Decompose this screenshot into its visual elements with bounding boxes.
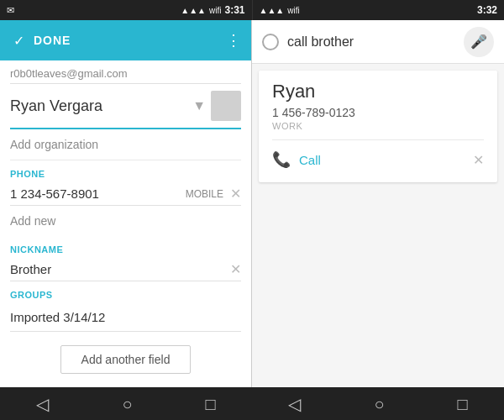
nickname-section-label: NICKNAME (10, 236, 241, 258)
left-notification-icon: ✉ (7, 5, 14, 16)
phone-input[interactable] (10, 186, 186, 201)
toolbar: ✓ DONE ⋮ (0, 20, 251, 60)
call-dismiss-icon[interactable]: ✕ (473, 152, 484, 168)
add-another-field-button[interactable]: Add another field (60, 345, 192, 374)
left-wifi-icon: wifi (209, 6, 221, 15)
search-circle-icon (262, 34, 279, 50)
nickname-clear-icon[interactable]: ✕ (230, 261, 241, 277)
groups-section-label: GROUPS (10, 281, 241, 303)
call-row: 📞 Call ✕ (272, 147, 484, 172)
bottom-nav: ◁ ○ □ ◁ ○ □ (0, 387, 504, 420)
right-time: 3:32 (477, 4, 497, 16)
phone-clear-icon[interactable]: ✕ (230, 186, 241, 202)
mic-button[interactable]: 🎤 (464, 27, 494, 57)
nickname-input[interactable] (10, 262, 230, 276)
nickname-row: ✕ (10, 258, 241, 281)
contact-name: Ryan (272, 81, 484, 102)
more-options-icon[interactable]: ⋮ (226, 31, 241, 50)
name-row: ▼ (10, 84, 241, 129)
add-organization-label: Add organization (10, 138, 98, 151)
email-row: r0b0tleaves@gmail.com (10, 60, 241, 84)
name-input[interactable] (10, 97, 187, 115)
avatar (211, 91, 241, 121)
add-organization[interactable]: Add organization (10, 129, 241, 160)
call-action[interactable]: 📞 Call (272, 150, 321, 169)
back-button-right[interactable]: ◁ (271, 387, 318, 420)
recents-button[interactable]: □ (188, 388, 232, 421)
back-button[interactable]: ◁ (19, 387, 66, 420)
phone-section-label: PHONE (10, 160, 241, 182)
right-panel: call brother 🎤 Ryan 1 456-789-0123 WORK … (252, 20, 504, 387)
contact-card: Ryan 1 456-789-0123 WORK 📞 Call ✕ (259, 71, 497, 182)
contact-phone: 1 456-789-0123 (272, 106, 484, 119)
divider (272, 139, 484, 140)
left-signal-icon: ▲▲▲ (181, 6, 206, 15)
contact-type: WORK (272, 121, 484, 131)
left-time: 3:31 (224, 4, 244, 16)
home-button-right[interactable]: ○ (357, 388, 401, 421)
right-wifi-icon: wifi (287, 6, 299, 15)
add-new-label: Add new (10, 214, 55, 228)
done-label[interactable]: DONE (34, 34, 71, 47)
groups-value: Imported 3/14/12 (10, 303, 241, 332)
add-new-phone[interactable]: Add new (10, 206, 241, 236)
contact-form: r0b0tleaves@gmail.com ▼ Add organization… (0, 60, 251, 387)
call-icon: 📞 (272, 150, 291, 169)
groups-text: Imported 3/14/12 (10, 310, 105, 324)
phone-row: MOBILE ✕ (10, 182, 241, 206)
call-label: Call (299, 153, 321, 167)
recents-button-right[interactable]: □ (440, 388, 484, 421)
search-bar: call brother 🎤 (252, 20, 504, 64)
search-query: call brother (287, 34, 464, 50)
email-value: r0b0tleaves@gmail.com (10, 67, 128, 80)
home-button[interactable]: ○ (105, 388, 149, 421)
mic-icon: 🎤 (470, 34, 487, 50)
name-expand-icon[interactable]: ▼ (192, 98, 206, 113)
right-signal-icon: ▲▲▲ (260, 6, 285, 15)
phone-type-label[interactable]: MOBILE (186, 188, 223, 200)
done-check-icon[interactable]: ✓ (10, 32, 27, 49)
